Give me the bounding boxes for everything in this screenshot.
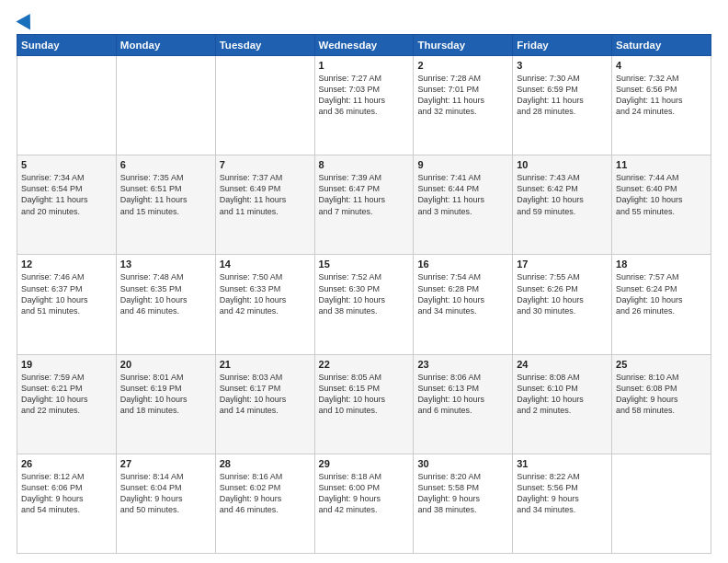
day-info: Sunrise: 8:08 AM Sunset: 6:10 PM Dayligh… xyxy=(517,372,608,417)
calendar-cell: 16Sunrise: 7:54 AM Sunset: 6:28 PM Dayli… xyxy=(414,255,513,354)
day-number: 17 xyxy=(517,259,608,270)
day-header-saturday: Saturday xyxy=(612,35,711,56)
calendar-cell: 14Sunrise: 7:50 AM Sunset: 6:33 PM Dayli… xyxy=(215,255,314,354)
day-info: Sunrise: 7:54 AM Sunset: 6:28 PM Dayligh… xyxy=(417,271,508,316)
day-number: 22 xyxy=(319,359,410,370)
day-number: 15 xyxy=(319,259,410,270)
calendar-week-row: 1Sunrise: 7:27 AM Sunset: 7:03 PM Daylig… xyxy=(17,56,711,155)
calendar-cell xyxy=(215,56,314,155)
day-info: Sunrise: 7:59 AM Sunset: 6:21 PM Dayligh… xyxy=(21,372,112,417)
calendar-cell: 28Sunrise: 8:16 AM Sunset: 6:02 PM Dayli… xyxy=(215,454,314,553)
calendar-cell: 22Sunrise: 8:05 AM Sunset: 6:15 PM Dayli… xyxy=(314,354,414,454)
day-info: Sunrise: 8:10 AM Sunset: 6:08 PM Dayligh… xyxy=(616,372,707,417)
day-number: 24 xyxy=(517,359,608,370)
day-info: Sunrise: 7:37 AM Sunset: 6:49 PM Dayligh… xyxy=(220,172,311,217)
day-info: Sunrise: 7:55 AM Sunset: 6:26 PM Dayligh… xyxy=(517,271,608,316)
calendar-cell: 15Sunrise: 7:52 AM Sunset: 6:30 PM Dayli… xyxy=(314,255,414,354)
day-info: Sunrise: 7:28 AM Sunset: 7:01 PM Dayligh… xyxy=(417,73,508,118)
calendar-week-row: 12Sunrise: 7:46 AM Sunset: 6:37 PM Dayli… xyxy=(17,255,711,354)
calendar-cell: 25Sunrise: 8:10 AM Sunset: 6:08 PM Dayli… xyxy=(612,354,711,454)
day-number: 23 xyxy=(417,359,508,370)
day-header-friday: Friday xyxy=(513,35,612,56)
day-header-tuesday: Tuesday xyxy=(215,35,314,56)
day-number: 10 xyxy=(517,159,608,170)
day-number: 16 xyxy=(417,259,508,270)
day-number: 7 xyxy=(220,159,311,170)
header xyxy=(17,17,711,27)
day-info: Sunrise: 7:48 AM Sunset: 6:35 PM Dayligh… xyxy=(120,271,211,316)
logo xyxy=(17,17,35,27)
day-header-thursday: Thursday xyxy=(414,35,513,56)
day-info: Sunrise: 7:46 AM Sunset: 6:37 PM Dayligh… xyxy=(21,271,112,316)
day-number: 29 xyxy=(319,458,410,469)
day-number: 25 xyxy=(616,359,707,370)
day-info: Sunrise: 7:44 AM Sunset: 6:40 PM Dayligh… xyxy=(616,172,707,217)
calendar-cell: 17Sunrise: 7:55 AM Sunset: 6:26 PM Dayli… xyxy=(513,255,612,354)
calendar-week-row: 5Sunrise: 7:34 AM Sunset: 6:54 PM Daylig… xyxy=(17,155,711,255)
day-info: Sunrise: 7:27 AM Sunset: 7:03 PM Dayligh… xyxy=(319,73,410,118)
calendar-cell xyxy=(612,454,711,553)
calendar-cell: 5Sunrise: 7:34 AM Sunset: 6:54 PM Daylig… xyxy=(17,155,117,255)
day-number: 30 xyxy=(417,458,508,469)
day-number: 31 xyxy=(517,458,608,469)
calendar-cell: 12Sunrise: 7:46 AM Sunset: 6:37 PM Dayli… xyxy=(17,255,117,354)
day-number: 11 xyxy=(616,159,707,170)
calendar-cell: 21Sunrise: 8:03 AM Sunset: 6:17 PM Dayli… xyxy=(215,354,314,454)
day-header-wednesday: Wednesday xyxy=(314,35,414,56)
calendar-cell: 10Sunrise: 7:43 AM Sunset: 6:42 PM Dayli… xyxy=(513,155,612,255)
day-number: 5 xyxy=(21,159,112,170)
day-info: Sunrise: 7:35 AM Sunset: 6:51 PM Dayligh… xyxy=(120,172,211,217)
day-info: Sunrise: 7:32 AM Sunset: 6:56 PM Dayligh… xyxy=(616,73,707,118)
calendar-cell: 29Sunrise: 8:18 AM Sunset: 6:00 PM Dayli… xyxy=(314,454,414,553)
logo-triangle-icon xyxy=(16,10,37,30)
day-info: Sunrise: 7:57 AM Sunset: 6:24 PM Dayligh… xyxy=(616,271,707,316)
calendar-cell: 8Sunrise: 7:39 AM Sunset: 6:47 PM Daylig… xyxy=(314,155,414,255)
day-number: 26 xyxy=(21,458,112,469)
day-info: Sunrise: 8:18 AM Sunset: 6:00 PM Dayligh… xyxy=(319,471,410,516)
calendar-cell: 24Sunrise: 8:08 AM Sunset: 6:10 PM Dayli… xyxy=(513,354,612,454)
calendar-cell: 2Sunrise: 7:28 AM Sunset: 7:01 PM Daylig… xyxy=(414,56,513,155)
calendar-cell: 23Sunrise: 8:06 AM Sunset: 6:13 PM Dayli… xyxy=(414,354,513,454)
day-number: 2 xyxy=(417,60,508,71)
calendar-cell: 7Sunrise: 7:37 AM Sunset: 6:49 PM Daylig… xyxy=(215,155,314,255)
day-header-sunday: Sunday xyxy=(17,35,117,56)
day-number: 4 xyxy=(616,60,707,71)
day-info: Sunrise: 7:43 AM Sunset: 6:42 PM Dayligh… xyxy=(517,172,608,217)
calendar-table: SundayMondayTuesdayWednesdayThursdayFrid… xyxy=(17,34,711,554)
day-info: Sunrise: 8:12 AM Sunset: 6:06 PM Dayligh… xyxy=(21,471,112,516)
calendar-cell: 30Sunrise: 8:20 AM Sunset: 5:58 PM Dayli… xyxy=(414,454,513,553)
calendar-cell: 18Sunrise: 7:57 AM Sunset: 6:24 PM Dayli… xyxy=(612,255,711,354)
calendar-cell: 6Sunrise: 7:35 AM Sunset: 6:51 PM Daylig… xyxy=(116,155,215,255)
day-number: 13 xyxy=(120,259,211,270)
day-info: Sunrise: 7:41 AM Sunset: 6:44 PM Dayligh… xyxy=(417,172,508,217)
day-number: 14 xyxy=(220,259,311,270)
calendar-cell xyxy=(116,56,215,155)
day-info: Sunrise: 8:03 AM Sunset: 6:17 PM Dayligh… xyxy=(220,372,311,417)
day-info: Sunrise: 7:30 AM Sunset: 6:59 PM Dayligh… xyxy=(517,73,608,118)
calendar-cell xyxy=(17,56,117,155)
day-number: 6 xyxy=(120,159,211,170)
day-info: Sunrise: 8:22 AM Sunset: 5:56 PM Dayligh… xyxy=(517,471,608,516)
day-info: Sunrise: 7:52 AM Sunset: 6:30 PM Dayligh… xyxy=(319,271,410,316)
calendar-week-row: 19Sunrise: 7:59 AM Sunset: 6:21 PM Dayli… xyxy=(17,354,711,454)
day-info: Sunrise: 8:14 AM Sunset: 6:04 PM Dayligh… xyxy=(120,471,211,516)
day-number: 19 xyxy=(21,359,112,370)
day-number: 3 xyxy=(517,60,608,71)
page: SundayMondayTuesdayWednesdayThursdayFrid… xyxy=(0,0,728,563)
calendar-header-row: SundayMondayTuesdayWednesdayThursdayFrid… xyxy=(17,35,711,56)
day-number: 20 xyxy=(120,359,211,370)
day-info: Sunrise: 7:34 AM Sunset: 6:54 PM Dayligh… xyxy=(21,172,112,217)
day-info: Sunrise: 8:05 AM Sunset: 6:15 PM Dayligh… xyxy=(319,372,410,417)
day-number: 21 xyxy=(220,359,311,370)
calendar-cell: 27Sunrise: 8:14 AM Sunset: 6:04 PM Dayli… xyxy=(116,454,215,553)
day-number: 8 xyxy=(319,159,410,170)
day-info: Sunrise: 8:16 AM Sunset: 6:02 PM Dayligh… xyxy=(220,471,311,516)
calendar-cell: 4Sunrise: 7:32 AM Sunset: 6:56 PM Daylig… xyxy=(612,56,711,155)
day-number: 27 xyxy=(120,458,211,469)
day-number: 1 xyxy=(319,60,410,71)
calendar-cell: 9Sunrise: 7:41 AM Sunset: 6:44 PM Daylig… xyxy=(414,155,513,255)
day-info: Sunrise: 8:20 AM Sunset: 5:58 PM Dayligh… xyxy=(417,471,508,516)
day-info: Sunrise: 7:50 AM Sunset: 6:33 PM Dayligh… xyxy=(220,271,311,316)
day-number: 12 xyxy=(21,259,112,270)
day-header-monday: Monday xyxy=(116,35,215,56)
